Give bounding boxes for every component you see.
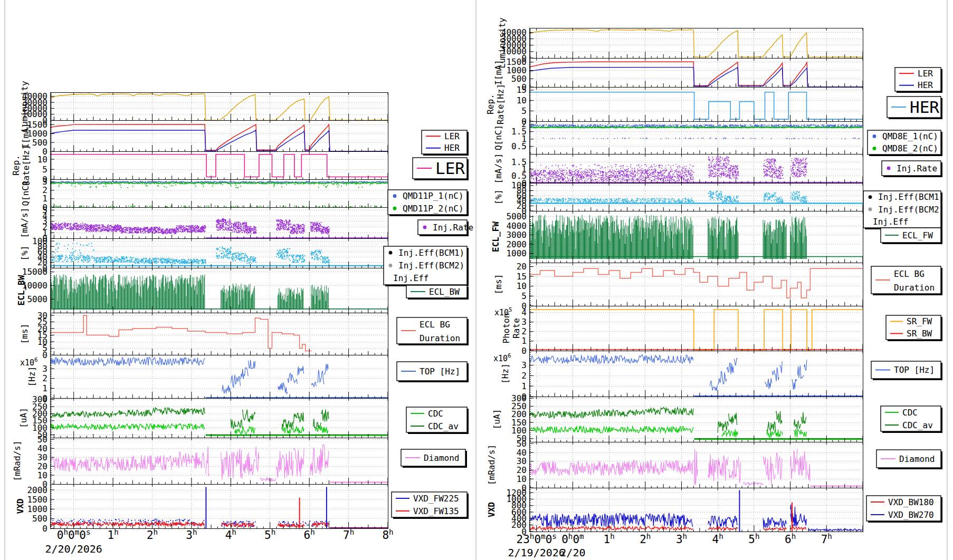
legend-label: CDC [902, 408, 918, 418]
legend-marker-dot [887, 167, 891, 170]
plot-ecl-bg-duration: 05101520[ms] [493, 262, 863, 311]
legend-vxd-bw: VXD_BW180VXD_BW270 [866, 496, 942, 523]
legend-label: Inj.Rate [433, 223, 473, 233]
legend-marker-dot [393, 194, 397, 198]
y-axis-title: Rep. [11, 155, 21, 176]
y-tick-label: 0 [42, 524, 47, 534]
legend-label: HER [444, 143, 460, 153]
y-tick-label: 15 [517, 85, 527, 95]
y-tick-label: 30 [37, 311, 47, 321]
legend-label: HER [918, 80, 933, 90]
x-tick-label: 4h [712, 532, 723, 546]
y-axis-title: Rep. [485, 94, 495, 114]
y-axis-title: VXD [15, 499, 25, 514]
y-tick-label: 2 [521, 119, 527, 129]
legend-rep-her: HER [887, 96, 942, 119]
x-tick-label: 6h [785, 532, 796, 546]
legend-label: Inj.Rate [897, 163, 937, 173]
axis-date-label: 2/20/2026 [45, 543, 102, 555]
y-tick-label: 3 [521, 317, 527, 327]
y-axis-title: [uA] [492, 409, 502, 430]
legend-vxd-fw: VXD_FW225VXD_FW135 [392, 492, 469, 519]
legend-marker-dot [869, 208, 872, 211]
y-axis-title: [mRad/s] [487, 445, 497, 485]
y-tick-label: 2000 [506, 239, 527, 249]
legend-label: HER [910, 98, 939, 117]
y-tick-label: 500 [32, 514, 47, 524]
legend-label: ECL BG [420, 320, 450, 330]
y-tick-label: 2 [521, 326, 527, 336]
legend-label: Inj.Eff(BCM1) [398, 248, 464, 258]
beam-background-monitor: 010000200003000040000Luminosity050010001… [0, 0, 953, 560]
legend-label: Inj.Eff(BCM1) [878, 192, 944, 202]
legend-label: QMD11P_2(nC) [403, 204, 464, 214]
y-tick-label: 20 [517, 262, 527, 272]
y-tick-label: 2 [42, 373, 47, 383]
x-tick-label: 1h [107, 528, 118, 542]
legend-marker-dot [389, 251, 393, 255]
y-axis-title: I[mA] [493, 60, 503, 85]
legend-label: TOP [Hz] [894, 365, 935, 375]
monitor-panel-today: 010000200003000040000Luminosity050010001… [5, 0, 477, 560]
legend-inj-eff: Inj.Eff(BCM1)Inj.Eff(BCM2)Inj.Eff [863, 191, 944, 229]
y-axis-title: [Hz] [27, 366, 37, 387]
legend-inj-rate: Inj.Rate [418, 220, 473, 236]
y-tick-label: 0 [521, 346, 527, 356]
legend-label: LER [918, 69, 933, 79]
y-axis-title: Rate[Hz] [21, 145, 31, 186]
legend-label: CDC_av [902, 420, 933, 430]
plot-diamond-dose: 01020304050[mRad/s] [12, 435, 388, 489]
plot-ecl-bg-duration: 051015202530[ms] [20, 311, 388, 360]
y-tick-label: 5000 [506, 211, 527, 221]
plot-luminosity: 010000200003000040000Luminosity [20, 81, 388, 132]
y-axis-title: [ms] [20, 324, 30, 344]
x-tick-label: 6h [304, 528, 315, 542]
legend-label: Diamond [899, 454, 935, 464]
axis-scale-exponent: x106 [493, 352, 511, 363]
plot-vxd-rate: 020040060080010001200VXD [487, 488, 863, 537]
y-tick-label: 5 [42, 205, 47, 215]
x-tick-label: 2h [147, 528, 158, 542]
y-tick-label: 20 [37, 461, 47, 471]
plot-rep-rate: 051015Rep.Rate[Hz] [485, 84, 863, 127]
x-tick-label: 5h [264, 528, 275, 542]
legend-current: LERHER [422, 130, 469, 156]
legend-label: LER [435, 159, 465, 178]
y-tick-label: 3000 [506, 230, 527, 240]
y-tick-label: 30 [517, 456, 527, 466]
y-tick-label: 2000 [27, 485, 47, 495]
x-tick-label: 4h [225, 528, 236, 542]
legend-label: LER [444, 131, 460, 141]
legend-label: ECL BG [894, 269, 925, 279]
y-tick-label: 300 [511, 393, 527, 403]
y-axis-title: [mA/s] [20, 208, 30, 238]
y-tick-label: 1.5 [511, 157, 527, 167]
legend-label: TOP [Hz] [420, 366, 460, 376]
y-axis-title: [%] [493, 189, 503, 205]
legend-label: QMD8E_2(nC) [882, 143, 938, 153]
legend-charge-qmd8e: QMD8E_1(nC)QMD8E_2(nC) [868, 130, 942, 156]
x-tick-label: 0h0m0s [57, 528, 91, 542]
window-border-right [947, 0, 948, 560]
legend-sr: SR_FWSR_BW [886, 315, 942, 341]
legend-label: SR_FW [907, 316, 932, 326]
y-tick-label: 10 [517, 95, 527, 105]
legend-current: LERHER [895, 67, 942, 93]
y-tick-label: 5000 [27, 294, 47, 304]
plot-cdc-current: 50100150200250300[uA] [18, 394, 388, 440]
legend-label: ECL_BW [429, 287, 460, 297]
plot-ecl-fw: 10002000300040005000ECL_FW [491, 211, 863, 263]
y-axis-title: [mA/s] [493, 153, 503, 184]
axis-date-label: 2/19/2026 [508, 546, 565, 559]
y-axis-title: Q[nC] [493, 125, 503, 150]
y-axis-title: Rate [511, 318, 521, 339]
legend-marker-dot [393, 207, 397, 210]
legend-label: QMD8E_1(nC) [882, 131, 938, 141]
y-tick-label: 30 [37, 452, 47, 462]
legend-marker-dot [873, 147, 876, 150]
y-tick-label: 10 [517, 474, 527, 484]
x-tick-label: 3h [186, 528, 197, 542]
y-tick-label: 20 [517, 465, 527, 475]
axis-scale-exponent: x106 [20, 356, 38, 368]
legend-charge-qmd11p: QMD11P_1(nC)QMD11P_2(nC) [388, 190, 469, 216]
